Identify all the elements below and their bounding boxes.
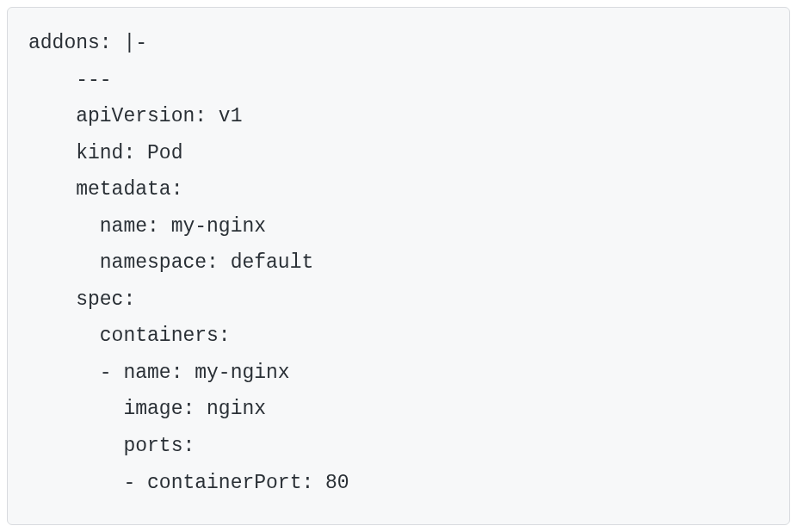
code-line: addons: |- xyxy=(28,25,769,62)
code-line: apiVersion: v1 xyxy=(28,98,769,135)
code-line: - name: my-nginx xyxy=(28,355,769,392)
code-line: kind: Pod xyxy=(28,135,769,172)
code-line: spec: xyxy=(28,281,769,319)
code-line: --- xyxy=(28,62,769,99)
code-line: metadata: xyxy=(28,171,769,208)
code-block: addons: |- --- apiVersion: v1 kind: Pod … xyxy=(7,7,790,525)
code-line: image: nginx xyxy=(28,391,769,428)
code-line: - containerPort: 80 xyxy=(28,465,769,502)
code-line: ports: xyxy=(28,428,769,465)
code-line: namespace: default xyxy=(28,244,769,281)
code-line: containers: xyxy=(28,318,769,355)
code-line: name: my-nginx xyxy=(28,208,769,245)
